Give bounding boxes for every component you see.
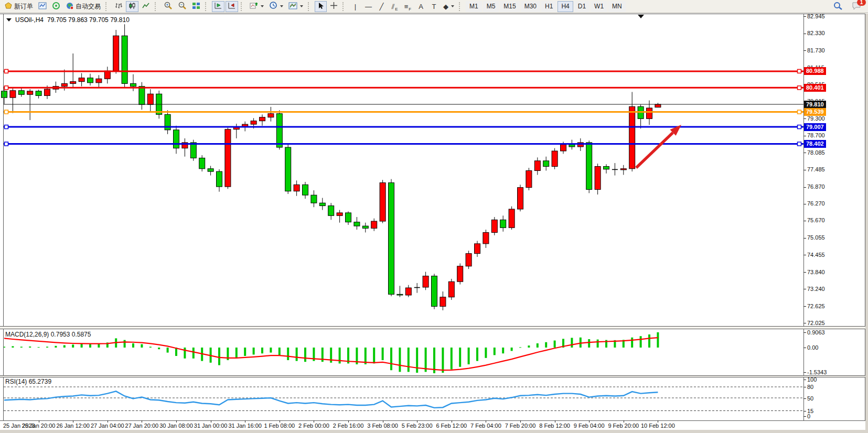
candlestick-button[interactable] [126, 1, 138, 12]
window-right-strip [865, 14, 868, 433]
channel-button[interactable]: ⫽E [389, 1, 401, 12]
time-axis-label: 31 Jan 16:00 [228, 423, 262, 429]
time-axis-border [0, 420, 865, 421]
auto-scroll-icon [214, 2, 222, 11]
price-axis-tick [803, 221, 806, 221]
terminal-window: 新订单 自动交易 [0, 0, 868, 433]
cursor-button[interactable] [315, 1, 327, 12]
hline-handle[interactable] [5, 69, 8, 73]
zoom-out-button[interactable] [176, 1, 189, 12]
time-axis-label: 5 Feb 23:00 [402, 423, 433, 429]
time-axis-label: 2 Feb 00:00 [298, 423, 329, 429]
templates-button[interactable] [286, 1, 305, 12]
new-order-button[interactable]: 新订单 [2, 1, 35, 12]
line-chart-button[interactable] [140, 1, 152, 12]
chart-canvas[interactable] [0, 0, 868, 433]
search-button[interactable] [831, 1, 844, 12]
zoom-out-icon [178, 2, 187, 11]
price-axis-label: 72.625 [807, 303, 825, 309]
text-label-button[interactable]: T [428, 1, 440, 12]
chart-menu-icon[interactable] [6, 18, 12, 21]
horizontal-line-icon: — [365, 3, 372, 10]
price-axis-tick [803, 272, 806, 273]
indicators-button[interactable] [248, 1, 266, 12]
ohlc-values: 79.705 79.863 79.705 79.810 [47, 16, 130, 24]
price-axis-label: 78.085 [807, 149, 825, 156]
cursor-icon [318, 2, 324, 11]
rsi-axis-label: 100 [807, 376, 817, 383]
rsi-axis-tick [803, 387, 806, 387]
tile-windows-button[interactable] [190, 1, 202, 12]
price-axis-tick [803, 255, 806, 255]
macd-axis-tick [803, 348, 806, 348]
hline-handle[interactable] [798, 69, 801, 73]
price-axis-label: 75.055 [807, 234, 825, 241]
price-axis-label: 79.300 [807, 115, 825, 122]
price-axis-label: 73.840 [807, 269, 825, 275]
fibonacci-button[interactable]: ≡F [402, 1, 414, 12]
time-axis-label: 1 Feb 08:00 [264, 423, 295, 429]
auto-trading-label: 自动交易 [76, 2, 101, 11]
horizontal-line-button[interactable]: — [362, 1, 374, 12]
chat-button[interactable]: 1 [850, 1, 863, 12]
arrows-button[interactable]: ◆ [441, 1, 456, 12]
bar-chart-button[interactable] [112, 1, 125, 12]
timeframe-m15-button[interactable]: M15 [500, 1, 519, 12]
price-axis-tick [803, 204, 806, 204]
hline-handle[interactable] [798, 86, 801, 90]
timeframe-w1-button[interactable]: W1 [591, 1, 607, 12]
templates-icon [288, 2, 297, 11]
timeframe-mn-button[interactable]: MN [608, 1, 626, 12]
price-axis-label: 78.700 [807, 132, 825, 138]
zoom-in-button[interactable] [162, 1, 175, 12]
price-axis-label: 75.670 [807, 217, 825, 223]
tile-windows-icon [192, 2, 200, 11]
hline-handle[interactable] [798, 125, 801, 129]
time-axis-label: 6 Feb 12:00 [436, 423, 467, 429]
timeframe-m1-button[interactable]: M1 [466, 1, 482, 12]
chart-shift-button[interactable] [226, 1, 238, 12]
time-axis-label: 3 Feb 08:00 [367, 423, 398, 429]
timeframe-m5-button[interactable]: M5 [483, 1, 499, 12]
price-tag-78.402: 78.402 [804, 140, 826, 148]
price-tag-79.539: 79.539 [804, 108, 826, 116]
dropdown-caret [300, 5, 303, 7]
price-axis-label: 76.870 [807, 183, 825, 190]
hline-handle[interactable] [5, 86, 8, 90]
candlestick-icon [128, 2, 136, 11]
hline-handle[interactable] [798, 110, 801, 114]
rsi-pane-separator[interactable] [0, 375, 868, 377]
time-axis-label: 27 Jan 20:00 [125, 423, 159, 429]
macd-axis-label: 0.00 [807, 344, 818, 351]
timeframe-h1-button[interactable]: H1 [541, 1, 556, 12]
market-watch-button[interactable] [36, 1, 49, 12]
text-button[interactable]: A [415, 1, 427, 12]
macd-label: MACD(12,26,9) 0.7953 0.5875 [5, 331, 91, 338]
zoom-in-icon [164, 2, 173, 11]
hline-handle[interactable] [5, 125, 8, 129]
time-axis-label: 27 Jan 04:00 [91, 423, 124, 429]
timeframe-m30-button[interactable]: M30 [521, 1, 540, 12]
hline-handle[interactable] [5, 142, 8, 146]
timeframe-d1-button[interactable]: D1 [574, 1, 590, 12]
trendline-button[interactable]: ╱ [376, 1, 388, 12]
toolbar: 新订单 自动交易 [0, 0, 868, 13]
periods-button[interactable] [267, 1, 285, 12]
signals-button[interactable] [50, 1, 62, 12]
hline-handle[interactable] [798, 142, 801, 146]
toolbar-gripper [241, 2, 245, 11]
crosshair-button[interactable] [328, 1, 340, 12]
signals-icon [52, 2, 60, 11]
timeframe-h4-button[interactable]: H4 [558, 1, 573, 12]
price-axis-label: 82.945 [807, 13, 825, 19]
trend-arrow[interactable] [636, 125, 681, 168]
auto-scroll-button[interactable] [212, 1, 224, 12]
macd-pane-separator[interactable] [0, 326, 868, 329]
auto-trading-button[interactable]: 自动交易 [63, 1, 103, 12]
price-axis-tick [803, 16, 806, 17]
vertical-line-button[interactable]: | [349, 1, 361, 12]
rsi-axis-label: 50 [807, 395, 813, 402]
chart-shift-marker[interactable] [638, 15, 644, 18]
hline-handle[interactable] [5, 110, 8, 114]
fibonacci-icon-sub: F [409, 7, 411, 12]
